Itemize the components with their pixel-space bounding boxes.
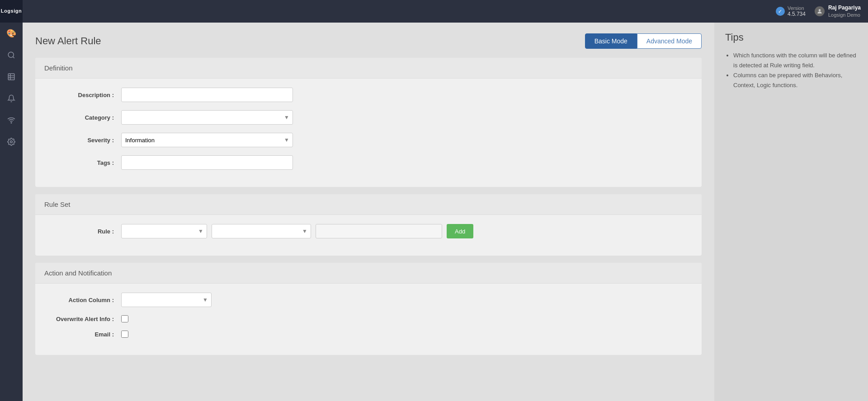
severity-row: Severity : Information Warning Error Cri… bbox=[49, 133, 688, 147]
svg-point-0 bbox=[8, 52, 14, 57]
action-column-select[interactable] bbox=[121, 293, 212, 307]
category-select[interactable] bbox=[121, 110, 293, 125]
content-panel: New Alert Rule Basic Mode Advanced Mode … bbox=[23, 23, 714, 401]
tips-list: Which functions with the column will be … bbox=[725, 51, 857, 90]
page-title: New Alert Rule bbox=[35, 35, 101, 47]
ruleset-header: Rule Set bbox=[35, 194, 702, 215]
severity-select-wrap: Information Warning Error Critical ▼ bbox=[121, 133, 293, 147]
svg-point-6 bbox=[11, 122, 12, 123]
tips-title: Tips bbox=[725, 32, 857, 43]
basic-mode-button[interactable]: Basic Mode bbox=[585, 33, 637, 49]
tips-panel: Tips Which functions with the column wil… bbox=[714, 23, 868, 401]
action-notification-section: Action and Notification Action Column : … bbox=[35, 263, 702, 355]
svg-point-8 bbox=[819, 9, 821, 11]
sidebar-item-search[interactable] bbox=[0, 44, 23, 66]
tags-label: Tags : bbox=[49, 159, 121, 166]
overwrite-checkbox[interactable] bbox=[121, 315, 128, 322]
email-label: Email : bbox=[49, 331, 121, 338]
advanced-mode-button[interactable]: Advanced Mode bbox=[637, 33, 702, 49]
action-column-select-wrap: ▼ bbox=[121, 293, 212, 307]
page-header: New Alert Rule Basic Mode Advanced Mode bbox=[35, 33, 702, 49]
tips-item-1: Which functions with the column will be … bbox=[733, 51, 857, 70]
action-notification-body: Action Column : ▼ Overwrite Alert Info :… bbox=[35, 284, 702, 355]
version-check-icon: ✓ bbox=[776, 7, 785, 16]
add-rule-button[interactable]: Add bbox=[447, 224, 473, 238]
severity-select[interactable]: Information Warning Error Critical bbox=[121, 133, 293, 147]
rule-select1-wrap: ▼ bbox=[121, 224, 207, 238]
category-select-wrap: ▼ bbox=[121, 110, 293, 125]
rule-label: Rule : bbox=[49, 228, 121, 235]
version-label: Version bbox=[788, 5, 806, 11]
action-notification-header: Action and Notification bbox=[35, 263, 702, 284]
sidebar: Logsign 🎨 bbox=[0, 0, 23, 401]
user-avatar-icon bbox=[815, 6, 825, 16]
svg-point-7 bbox=[10, 141, 13, 143]
category-label: Category : bbox=[49, 114, 121, 121]
sidebar-item-settings[interactable] bbox=[0, 131, 23, 153]
description-row: Description : bbox=[49, 88, 688, 102]
ruleset-section: Rule Set Rule : ▼ bbox=[35, 194, 702, 256]
email-checkbox[interactable] bbox=[121, 331, 128, 338]
topbar: ✓ Version 4.5.734 Raj Pagariya Logsign D… bbox=[23, 0, 868, 23]
tags-input[interactable] bbox=[121, 155, 293, 170]
rule-row: Rule : ▼ ▼ bbox=[49, 224, 688, 238]
sidebar-item-wifi[interactable] bbox=[0, 109, 23, 131]
sidebar-item-bell[interactable] bbox=[0, 88, 23, 109]
rule-value-input[interactable] bbox=[316, 224, 442, 238]
rule-controls: ▼ ▼ Add bbox=[121, 224, 473, 238]
description-label: Description : bbox=[49, 92, 121, 98]
action-column-row: Action Column : ▼ bbox=[49, 293, 688, 307]
version-info: ✓ Version 4.5.734 bbox=[776, 5, 806, 17]
severity-label: Severity : bbox=[49, 137, 121, 144]
user-name: Raj Pagariya bbox=[828, 5, 861, 12]
tips-item-2: Columns can be prepared with Behaviors, … bbox=[733, 70, 857, 90]
rule-select2-wrap: ▼ bbox=[212, 224, 311, 238]
rule-select-1[interactable] bbox=[121, 224, 207, 238]
description-input[interactable] bbox=[121, 88, 293, 102]
svg-line-1 bbox=[13, 56, 14, 58]
sidebar-item-table[interactable] bbox=[0, 66, 23, 88]
overwrite-row: Overwrite Alert Info : bbox=[49, 315, 688, 322]
rule-select-2[interactable] bbox=[212, 224, 311, 238]
svg-rect-2 bbox=[8, 74, 14, 80]
overwrite-label: Overwrite Alert Info : bbox=[49, 316, 121, 322]
email-row: Email : bbox=[49, 331, 688, 338]
version-number: 4.5.734 bbox=[788, 11, 806, 17]
user-org: Logsign Demo bbox=[828, 12, 861, 18]
ruleset-body: Rule : ▼ ▼ bbox=[35, 215, 702, 256]
tags-row: Tags : bbox=[49, 155, 688, 170]
user-menu[interactable]: Raj Pagariya Logsign Demo bbox=[815, 5, 861, 18]
sidebar-item-palette[interactable]: 🎨 bbox=[0, 23, 23, 44]
definition-body: Description : Category : ▼ Severity : bbox=[35, 79, 702, 187]
definition-section: Definition Description : Category : ▼ bbox=[35, 58, 702, 187]
main-area: New Alert Rule Basic Mode Advanced Mode … bbox=[23, 23, 868, 401]
mode-buttons: Basic Mode Advanced Mode bbox=[585, 33, 702, 49]
definition-header: Definition bbox=[35, 58, 702, 79]
app-logo: Logsign bbox=[0, 0, 23, 23]
action-column-label: Action Column : bbox=[49, 297, 121, 303]
category-row: Category : ▼ bbox=[49, 110, 688, 125]
